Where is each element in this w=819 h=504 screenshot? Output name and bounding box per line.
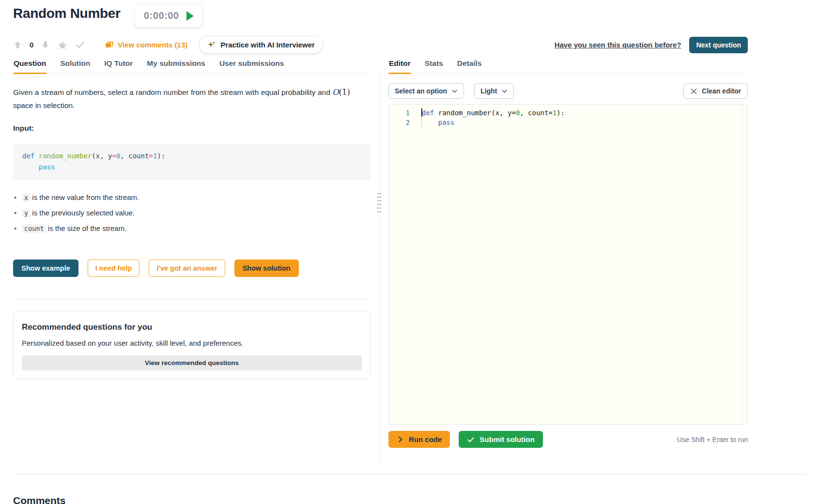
theme-select-value: Light	[480, 87, 497, 95]
parameter-list: x is the new value from the stream. y is…	[13, 193, 371, 232]
vote-count: 0	[30, 41, 33, 49]
theme-select[interactable]: Light	[474, 83, 514, 99]
question-tabs: Question Solution IQ Tutor My submission…	[13, 59, 371, 74]
editor-actions-row: Run code Submit solution Use Shift + Ent…	[388, 431, 748, 448]
tab-stats[interactable]: Stats	[424, 59, 444, 73]
run-code-label: Run code	[409, 435, 442, 443]
submit-solution-button[interactable]: Submit solution	[459, 431, 542, 448]
recommended-title: Recommended questions for you	[22, 322, 362, 332]
language-select[interactable]: Select an option	[388, 83, 464, 99]
solved-check-icon[interactable]	[75, 40, 85, 50]
list-item: count is the size of the stream.	[13, 224, 371, 232]
math-expression: O(1)	[332, 88, 350, 97]
chevron-down-icon	[451, 88, 458, 94]
recommended-questions-card: Recommended questions for you Personaliz…	[13, 311, 371, 379]
editor-toolbar: Select an option Light Clean editor	[388, 83, 748, 99]
clean-editor-label: Clean editor	[702, 87, 741, 95]
got-answer-button[interactable]: I've got an answer	[149, 260, 225, 277]
question-panel: Question Solution IQ Tutor My submission…	[13, 59, 371, 379]
code-editor[interactable]: 1 def random_number(x, y=0, count=1): 2 …	[388, 104, 748, 425]
clean-editor-button[interactable]: Clean editor	[683, 83, 748, 99]
chevron-right-icon	[397, 436, 404, 443]
comments-icon	[105, 40, 114, 49]
list-item: x is the new value from the stream.	[13, 193, 371, 201]
timer-card: 0:00:00	[135, 4, 203, 28]
play-icon	[186, 11, 194, 21]
line-number: 2	[389, 119, 419, 126]
timer-value: 0:00:00	[144, 10, 179, 21]
ai-interviewer-button[interactable]: Practice with AI Interviewer	[199, 36, 323, 54]
code-line: pass	[419, 119, 454, 126]
editor-line: 1 def random_number(x, y=0, count=1):	[389, 108, 747, 118]
vote-group: 0	[13, 40, 85, 50]
divider	[13, 299, 371, 299]
need-help-button[interactable]: I need help	[88, 260, 140, 277]
code-line: def random_number(x, y=0, count=1):	[419, 109, 565, 117]
show-example-button[interactable]: Show example	[13, 260, 78, 277]
seen-before-link[interactable]: Have you seen this question before?	[555, 41, 681, 49]
line-number: 1	[389, 109, 419, 117]
page: Random Number 0:00:00 0 View	[0, 0, 819, 504]
downvote-icon[interactable]	[41, 40, 50, 49]
sparkles-icon	[207, 40, 216, 49]
close-icon	[690, 88, 697, 95]
question-buttons-row: Show example I need help I've got an ans…	[13, 260, 371, 277]
language-select-value: Select an option	[395, 87, 447, 95]
tab-user-submissions[interactable]: User submissions	[219, 59, 285, 73]
ai-interviewer-label: Practice with AI Interviewer	[220, 41, 315, 49]
check-icon	[467, 436, 475, 443]
recommended-subtitle: Personalized based on your user activity…	[22, 339, 362, 347]
chevron-down-icon	[501, 88, 508, 94]
tab-solution[interactable]: Solution	[60, 59, 91, 73]
page-title: Random Number	[13, 6, 121, 21]
view-comments-label: View comments (13)	[118, 41, 187, 49]
input-label: Input:	[13, 124, 371, 133]
view-comments-link[interactable]: View comments (13)	[105, 40, 187, 49]
editor-scrollbar[interactable]	[742, 105, 747, 424]
tab-iq-tutor[interactable]: IQ Tutor	[104, 59, 133, 73]
editor-line: 2 pass	[389, 118, 747, 127]
text-cursor	[421, 108, 422, 117]
panel-resizer-handle[interactable]	[377, 192, 382, 214]
list-item: y is the previously selected value.	[13, 209, 371, 217]
tab-details[interactable]: Details	[457, 59, 482, 73]
tab-question[interactable]: Question	[13, 59, 46, 73]
indent-guide	[421, 118, 422, 127]
run-code-button[interactable]: Run code	[388, 431, 450, 448]
question-actions-row: 0 View comments (13)	[13, 36, 748, 54]
divider	[13, 474, 806, 474]
tab-my-submissions[interactable]: My submissions	[146, 59, 206, 73]
editor-tabs: Editor Stats Details	[388, 59, 748, 74]
question-code-block: def random_number(x, y=0, count=1): pass	[13, 144, 371, 180]
shortcut-hint: Use Shift + Enter to run	[677, 436, 748, 443]
tab-editor[interactable]: Editor	[388, 59, 411, 73]
question-text: Given a stream of numbers, select a rand…	[13, 86, 371, 112]
show-solution-button[interactable]: Show solution	[234, 260, 299, 277]
next-question-button[interactable]: Next question	[689, 37, 748, 53]
timer-play-button[interactable]	[186, 11, 194, 21]
view-recommended-button[interactable]: View recommended questions	[22, 355, 362, 370]
panel-divider-line	[379, 68, 380, 465]
comments-section-title: Comments	[13, 495, 66, 504]
submit-solution-label: Submit solution	[479, 435, 534, 443]
upvote-icon[interactable]	[13, 40, 22, 49]
favorite-star-icon[interactable]	[57, 40, 68, 50]
editor-panel: Editor Stats Details Select an option Li…	[388, 59, 748, 448]
